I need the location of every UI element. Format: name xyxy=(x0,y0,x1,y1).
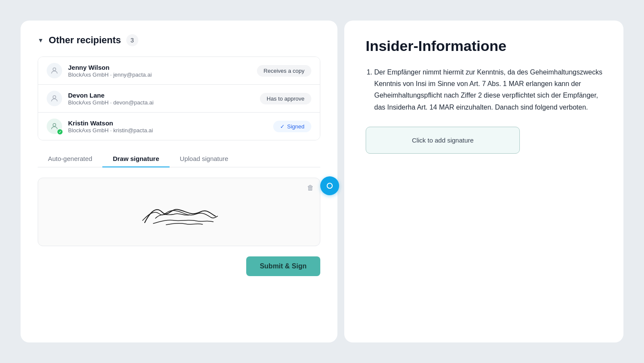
right-panel: Insider-Informatione Der Empfänger nimmt… xyxy=(344,21,623,342)
trash-icon[interactable]: 🗑 xyxy=(307,184,314,192)
app-container: ▼ Other recipients 3 Jenny Wilson BlockA… xyxy=(14,14,630,349)
recipient-name: Kristin Watson xyxy=(68,119,273,127)
doc-paragraph: Der Empfänger nimmt hiermit zur Kenntnis… xyxy=(374,66,606,113)
svg-point-0 xyxy=(53,68,56,71)
recipient-row: Jenny Wilson BlockAxs GmbH · jenny@pacta… xyxy=(38,57,320,85)
recipient-count-badge: 3 xyxy=(126,34,138,46)
tab-upload-signature[interactable]: Upload signature xyxy=(170,151,239,167)
recipient-name: Devon Lane xyxy=(68,92,260,99)
avatar xyxy=(47,63,62,78)
recipient-row: Kristin Watson BlockAxs GmbH · kristin@p… xyxy=(38,113,320,140)
avatar xyxy=(47,91,62,106)
svg-point-1 xyxy=(53,95,56,98)
document-body: Der Empfänger nimmt hiermit zur Kenntnis… xyxy=(366,66,606,113)
tab-draw-signature[interactable]: Draw signature xyxy=(102,151,169,167)
recipient-info: Jenny Wilson BlockAxs GmbH · jenny@pacta… xyxy=(68,64,257,78)
signed-check-icon xyxy=(57,129,63,135)
status-badge-signed: ✓ Signed xyxy=(273,121,311,132)
recipient-name: Jenny Wilson xyxy=(68,64,257,71)
float-action-button[interactable] xyxy=(320,176,339,195)
chevron-icon[interactable]: ▼ xyxy=(38,37,44,44)
submit-sign-button[interactable]: Submit & Sign xyxy=(246,256,320,276)
recipient-details: BlockAxs GmbH · kristin@pacta.ai xyxy=(68,127,273,134)
signature-canvas[interactable]: 🗑 xyxy=(38,178,320,246)
recipient-details: BlockAxs GmbH · devon@pacta.ai xyxy=(68,99,260,106)
avatar xyxy=(47,119,62,134)
signature-placeholder[interactable]: Click to add signature xyxy=(366,127,520,154)
recipient-details: BlockAxs GmbH · jenny@pacta.ai xyxy=(68,71,257,78)
drawn-signature xyxy=(132,193,226,231)
tab-auto-generated[interactable]: Auto-generated xyxy=(38,151,102,167)
recipient-info: Devon Lane BlockAxs GmbH · devon@pacta.a… xyxy=(68,92,260,106)
svg-point-2 xyxy=(53,123,56,126)
recipient-row: Devon Lane BlockAxs GmbH · devon@pacta.a… xyxy=(38,85,320,113)
recipient-info: Kristin Watson BlockAxs GmbH · kristin@p… xyxy=(68,119,273,134)
left-panel: ▼ Other recipients 3 Jenny Wilson BlockA… xyxy=(21,21,337,342)
section-header: ▼ Other recipients 3 xyxy=(38,34,320,46)
status-badge-approve: Has to approve xyxy=(260,93,311,104)
section-title: Other recipients xyxy=(49,35,121,46)
status-badge-copy: Receives a copy xyxy=(257,65,311,77)
check-icon: ✓ xyxy=(280,123,285,130)
document-title: Insider-Informatione xyxy=(366,38,606,54)
recipients-list: Jenny Wilson BlockAxs GmbH · jenny@pacta… xyxy=(38,57,320,140)
signature-tabs: Auto-generated Draw signature Upload sig… xyxy=(38,151,320,167)
